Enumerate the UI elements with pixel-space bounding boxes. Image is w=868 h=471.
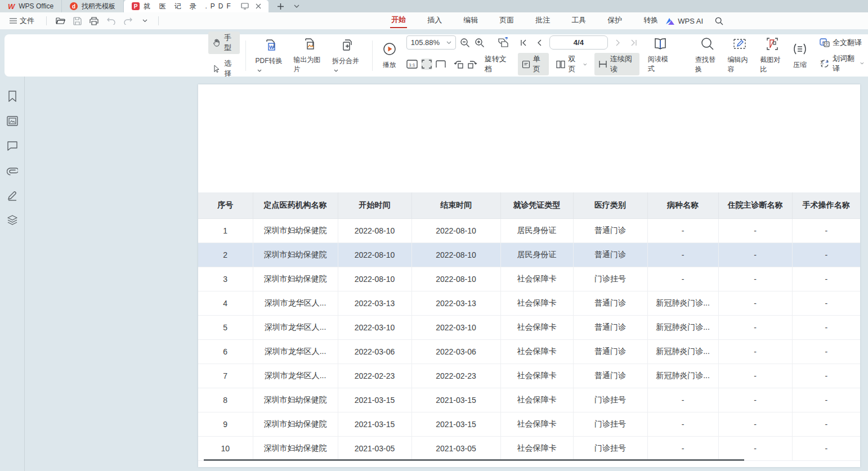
undo-redo-dropdown-button[interactable]: [139, 15, 150, 26]
menu-search-button[interactable]: [713, 15, 724, 26]
table-cell: -: [792, 436, 860, 460]
page-number-input[interactable]: [549, 35, 608, 50]
embedded-horizontal-scrollbar[interactable]: [204, 459, 744, 461]
zoom-out-button[interactable]: [459, 37, 471, 48]
word-translate-button[interactable]: A文 划词翻译: [816, 52, 868, 75]
edit-content-label: 编辑内容: [727, 55, 752, 74]
double-page-view-button[interactable]: 双页: [552, 53, 590, 75]
actual-size-button[interactable]: 1:1: [406, 59, 418, 70]
zoom-level-value: 105.88%: [411, 38, 440, 47]
tab-home[interactable]: 开始: [390, 14, 407, 28]
redo-button[interactable]: [122, 15, 133, 26]
bookmarks-panel-button[interactable]: [5, 89, 20, 104]
replace-pages-button[interactable]: [498, 37, 509, 48]
tab-edit[interactable]: 编辑: [462, 14, 479, 28]
rotate-document-button[interactable]: 旋转文档: [481, 53, 511, 75]
fit-page-button[interactable]: [436, 59, 446, 70]
table-cell: -: [718, 436, 792, 460]
column-header: 医疗类别: [573, 192, 647, 218]
book-icon: [653, 37, 668, 51]
tab-label: 找稻壳模板: [82, 2, 115, 11]
chevron-down-icon: [142, 19, 147, 23]
pdf-page[interactable]: 序号定点医药机构名称开始时间结束时间就诊凭证类型医疗类别病种名称住院主诊断名称手…: [198, 84, 860, 467]
close-tab-button[interactable]: [253, 1, 264, 12]
file-menu-button[interactable]: 文件: [6, 15, 38, 27]
hand-tool-button[interactable]: 手型: [208, 32, 240, 54]
comments-panel-button[interactable]: [5, 138, 20, 153]
split-merge-button[interactable]: 拆分合并: [328, 37, 366, 75]
thumbnails-panel-button[interactable]: [5, 114, 20, 128]
zoom-in-icon: [475, 38, 485, 48]
table-cell: -: [792, 315, 860, 339]
rotate-left-button[interactable]: [454, 59, 464, 70]
table-cell: 深圳市龙华区人...: [253, 291, 338, 315]
zoom-level-select[interactable]: 105.88%: [406, 35, 456, 50]
tab-wps-office[interactable]: W WPS Office: [0, 0, 62, 12]
table-cell: 新冠肺炎门诊...: [647, 315, 718, 339]
table-cell: 普通门诊: [573, 218, 647, 243]
table-row: 8深圳市妇幼保健院2021-03-152021-03-15社会保障卡门诊挂号--…: [198, 388, 860, 412]
zoom-in-button[interactable]: [474, 37, 485, 48]
table-cell: 深圳市妇幼保健院: [253, 436, 338, 460]
table-cell: -: [647, 436, 718, 460]
export-as-image-button[interactable]: 输出为图片: [289, 35, 328, 75]
tab-document-pdf[interactable]: P 就 医 记 录 .PDF: [124, 0, 269, 12]
single-page-view-button[interactable]: 单页: [518, 53, 549, 75]
wps-ai-button[interactable]: WPS AI: [666, 17, 703, 25]
full-text-translate-button[interactable]: A文 全文翻译: [816, 37, 868, 49]
table-cell: 深圳市龙华区人...: [253, 364, 338, 388]
present-to-screen-button[interactable]: [239, 1, 250, 12]
table-cell: -: [647, 267, 718, 291]
attachments-panel-button[interactable]: [5, 163, 20, 178]
hand-icon: [212, 38, 221, 47]
tab-convert[interactable]: 转换: [642, 14, 659, 28]
first-page-button[interactable]: [518, 37, 529, 48]
table-cell: 社会保障卡: [500, 291, 573, 315]
signature-panel-button[interactable]: [5, 188, 20, 203]
layers-panel-button[interactable]: [5, 213, 20, 227]
tab-insert[interactable]: 插入: [426, 14, 443, 28]
find-replace-button[interactable]: 查找替换: [691, 35, 724, 75]
tab-protect[interactable]: 保护: [606, 14, 623, 28]
continuous-reading-button[interactable]: 连续阅读: [594, 53, 639, 75]
document-area: 序号定点医药机构名称开始时间结束时间就诊凭证类型医疗类别病种名称住院主诊断名称手…: [0, 77, 868, 471]
edit-content-button[interactable]: 编辑内容: [723, 35, 756, 75]
tab-comment[interactable]: 批注: [534, 14, 551, 28]
table-cell: -: [718, 412, 792, 436]
fit-width-icon: [422, 60, 432, 69]
table-cell: 2022-03-06: [411, 339, 500, 364]
new-tab-button[interactable]: [275, 1, 287, 12]
table-cell: -: [792, 218, 860, 243]
record-table: 序号定点医药机构名称开始时间结束时间就诊凭证类型医疗类别病种名称住院主诊断名称手…: [198, 192, 860, 461]
pdf-convert-button[interactable]: W PDF转换: [252, 37, 290, 75]
tab-tools[interactable]: 工具: [570, 14, 587, 28]
fit-width-button[interactable]: [421, 59, 432, 70]
compress-button[interactable]: 压缩: [789, 41, 811, 71]
print-button[interactable]: [88, 15, 100, 26]
table-cell: 普通门诊: [573, 291, 647, 315]
rotate-right-button[interactable]: [467, 59, 477, 70]
tab-list-button[interactable]: [291, 1, 302, 12]
layers-icon: [7, 214, 18, 226]
read-mode-button[interactable]: 阅读模式: [644, 36, 677, 75]
last-page-button[interactable]: [628, 37, 639, 48]
undo-button[interactable]: [105, 15, 117, 26]
screenshot-compare-button[interactable]: 截图对比: [756, 35, 789, 75]
column-header: 就诊凭证类型: [500, 192, 573, 218]
next-page-button[interactable]: [612, 37, 624, 48]
table-cell: -: [792, 412, 860, 436]
table-cell: -: [718, 243, 792, 267]
cursor-icon: [212, 64, 221, 73]
table-cell: 普通门诊: [573, 364, 647, 388]
tab-docer-templates[interactable]: d 找稻壳模板: [62, 0, 124, 12]
bookmark-icon: [7, 91, 17, 102]
rotate-left-icon: [454, 59, 464, 69]
tab-page[interactable]: 页面: [498, 14, 515, 28]
open-file-button[interactable]: [55, 15, 66, 26]
previous-page-button[interactable]: [534, 37, 545, 48]
wps-ai-icon: [666, 17, 674, 25]
table-row: 1深圳市妇幼保健院2022-08-102022-08-10居民身份证普通门诊--…: [198, 218, 860, 243]
save-button[interactable]: [71, 15, 83, 26]
plus-icon: [277, 3, 284, 10]
play-button[interactable]: 播放: [378, 41, 401, 71]
